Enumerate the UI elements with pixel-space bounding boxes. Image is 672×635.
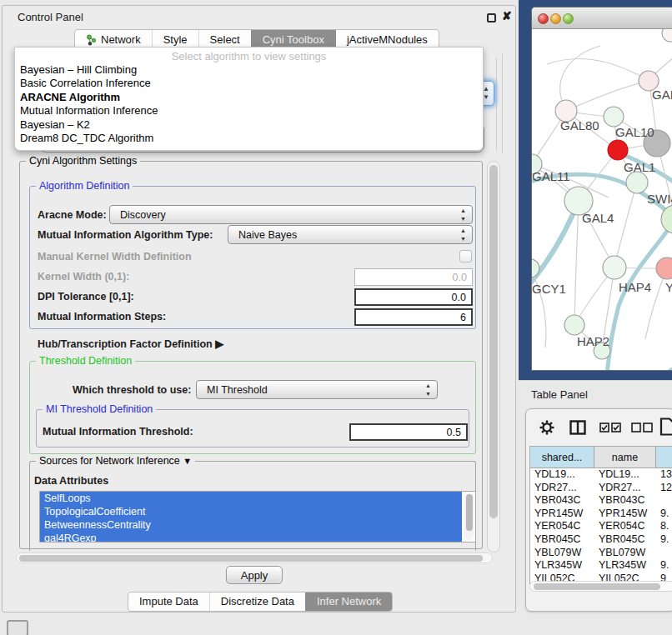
threshold-definition-title: Threshold Definition [36,355,135,367]
bottom-tab-impute-data[interactable]: Impute Data [128,592,209,611]
node-label: GAL80 [560,118,599,132]
table-horizontal-scrollbar[interactable] [529,581,672,592]
network-node[interactable] [626,172,648,193]
apply-button[interactable]: Apply [226,566,283,584]
network-node[interactable] [603,256,626,279]
table-cell: YBR043C [594,494,656,508]
attribute-item-selfloops[interactable]: SelfLoops [40,492,462,505]
page-icon[interactable] [659,418,672,436]
network-icon [86,34,97,46]
bottom-tab-discretize-data[interactable]: Discretize Data [209,592,305,611]
aracne-mode-combo[interactable]: Discovery ▲▼ [109,205,473,224]
float-window-icon[interactable] [487,13,496,22]
node-label: GCY1 [532,282,566,296]
expanded-arrow-icon: ▼ [183,456,192,466]
network-node[interactable] [656,258,672,279]
network-canvas[interactable]: GALGAL80GAL10GAL1SWI4GAL11GAL4GCY1HAP4YH… [532,29,672,371]
table-cell: YLR345W [530,559,594,572]
algorithm-definition-title: Algorithm Definition [36,180,133,192]
table-row[interactable]: YBR043CYBR043C [530,494,672,508]
mi-threshold-label: Mutual Information Threshold: [43,426,193,438]
attribute-item-gal4rgexp[interactable]: gal4RGexp [40,532,462,542]
hub-definition-toggle[interactable]: Hub/Transcription Factor Definition ▶ [38,338,223,350]
close-icon[interactable]: ✘ [502,9,512,22]
table-row[interactable]: YLR345WYLR345W9. [530,559,672,572]
data-attributes-list[interactable]: SelfLoopsTopologicalCoefficientBetweenne… [39,491,476,542]
settings-hscrollbar-thumb[interactable] [19,555,483,562]
table-row[interactable]: YBR045CYBR045C9. [530,533,672,547]
corner-grip[interactable] [7,620,28,635]
control-panel: Control Panel ✘ NetworkStyleSelectCyni T… [2,5,516,612]
table-row[interactable]: YDL19...YDL19...13 [530,468,672,482]
dropdown-placeholder: Select algorithm to view settings [15,50,483,63]
node-label: HAP2 [577,334,609,348]
gear-icon[interactable] [539,420,554,435]
sources-group-title[interactable]: Sources for Network Inference ▼ [36,455,195,467]
network-node[interactable] [564,315,584,335]
manual-kernel-width-checkbox[interactable] [459,250,472,262]
kernel-width-field[interactable]: 0.0 [354,268,473,286]
table-cell [656,547,672,560]
checked-pair-icon[interactable] [599,422,621,432]
mi-steps-field[interactable]: 6 [354,308,473,326]
aracne-mode-label: Aracne Mode: [38,209,107,221]
dropdown-item-aracne-algorithm[interactable]: ARACNE Algorithm [15,91,483,104]
table-row[interactable]: YDR27...YDR27...12 [530,482,672,495]
table-toolbar [526,409,672,446]
settings-horizontal-scrollbar[interactable] [16,552,493,563]
node-label: GAL10 [615,125,654,139]
dpi-tolerance-field[interactable]: 0.0 [354,288,473,306]
attribute-item-betweennesscentrality[interactable]: BetweennessCentrality [40,518,462,532]
column-header-2[interactable] [656,447,672,468]
dpi-tolerance-label: DPI Tolerance [0,1]: [38,291,134,302]
groupbox-edge-fragment [496,58,497,151]
column-header-shared[interactable]: shared... [530,447,594,468]
network-node[interactable] [662,29,672,42]
settings-vertical-scrollbar[interactable] [487,161,500,552]
kernel-width-label: Kernel Width (0,1): [38,271,129,282]
network-window-titlebar[interactable] [532,8,672,29]
table-hscrollbar-thumb[interactable] [534,583,660,590]
table-cell: 9. [656,559,672,572]
zoom-traffic-light-icon[interactable] [563,13,574,24]
panel-edge-fragment [502,54,503,154]
manual-kernel-width-label: Manual Kernel Width Definition [38,251,192,262]
columns-icon[interactable] [569,420,586,435]
mi-threshold-field[interactable]: 0.5 [349,423,468,441]
bottom-tab-infer-network[interactable]: Infer Network [305,592,392,611]
column-header-name[interactable]: name [594,447,656,468]
dropdown-item-dream8-dc-tdc-algorithm[interactable]: Dream8 DC_TDC Algorithm [15,132,483,145]
sources-title-text: Sources for Network Inference [39,455,180,467]
network-window: GALGAL80GAL10GAL1SWI4GAL11GAL4GCY1HAP4YH… [531,7,672,371]
which-threshold-combo[interactable]: MI Threshold ▲▼ [196,380,438,399]
close-traffic-light-icon[interactable] [538,13,549,24]
network-graph: GALGAL80GAL10GAL1SWI4GAL11GAL4GCY1HAP4YH… [532,29,672,371]
dropdown-item-bayesian-k2[interactable]: Bayesian – K2 [15,118,483,132]
mi-algorithm-type-combo[interactable]: Naive Bayes ▲▼ [228,225,473,244]
table-row[interactable]: YBL079WYBL079W [530,547,672,560]
table-row[interactable]: YPR145WYPR145W9. [530,508,672,521]
dropdown-item-mutual-information-inference[interactable]: Mutual Information Inference [15,104,483,118]
table-row[interactable]: YER054CYER054C8. [530,520,672,533]
table-cell: YDL19... [530,468,594,482]
dropdown-item-basic-correlation-inference[interactable]: Basic Correlation Inference [15,77,483,90]
settings-scrollbar-thumb[interactable] [489,165,498,518]
minimize-traffic-light-icon[interactable] [550,13,561,24]
dropdown-item-bayesian-hill-climbing[interactable]: Bayesian – Hill Climbing [15,63,483,77]
network-node[interactable] [604,107,624,127]
mi-threshold-group-title: MI Threshold Definition [43,403,156,415]
screen: Control Panel ✘ NetworkStyleSelectCyni T… [0,0,672,635]
table-panel-bar: Table Panel [519,380,672,408]
stepper-arrows-icon: ▲▼ [460,227,466,243]
list-scrollbar[interactable] [464,493,474,540]
table-cell: 8. [656,520,672,533]
node-table[interactable]: shared...name YDL19...YDL19...13YDR27...… [529,446,672,584]
node-label: GAL4 [582,211,614,225]
attribute-item-topologicalcoefficient[interactable]: TopologicalCoefficient [40,505,462,518]
unchecked-pair-icon[interactable] [631,422,653,432]
network-node[interactable] [608,140,628,160]
dropdown-items: Bayesian – Hill ClimbingBasic Correlatio… [15,63,483,145]
list-scrollbar-thumb[interactable] [466,494,473,531]
table-body: YDL19...YDL19...13YDR27...YDR27...12YBR0… [530,468,672,584]
table-cell: 9. [656,533,672,547]
